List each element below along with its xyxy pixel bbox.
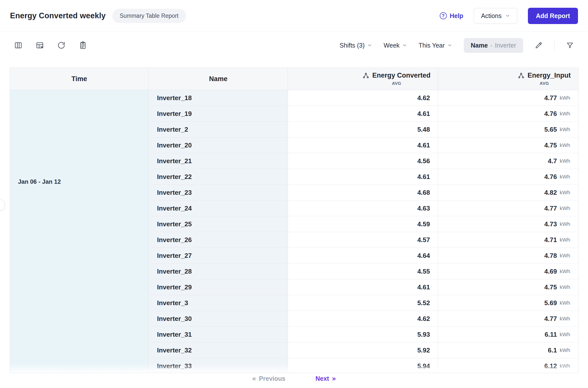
unit-label: kWh (560, 126, 570, 132)
name-cell: Inverter_31 (149, 327, 288, 342)
energy-converted-cell: 5.92 (288, 342, 438, 358)
table-rows: Inverter_184.624.77kWhInverter_194.614.7… (149, 90, 578, 373)
shifts-label: Shifts (3) (340, 42, 365, 49)
panel-expand-handle[interactable] (0, 199, 5, 211)
columns-icon[interactable] (14, 41, 23, 50)
actions-label: Actions (481, 12, 502, 20)
energy-converted-cell: 4.57 (288, 232, 438, 248)
add-report-button[interactable]: Add Report (528, 8, 578, 24)
energy-converted-cell: 4.61 (288, 137, 438, 153)
energy-input-cell: 4.77kWh (438, 90, 578, 106)
page-title: Energy Converted weekly (10, 11, 106, 20)
name-cell: Inverter_18 (149, 90, 288, 106)
unit-label: kWh (560, 237, 570, 243)
unit-label: kWh (560, 268, 570, 274)
aggregation-icon (518, 72, 524, 79)
table-row: Inverter_194.614.76kWh (149, 106, 578, 122)
unit-label: kWh (560, 300, 570, 306)
table-row: Inverter_244.634.77kWh (149, 201, 578, 216)
time-group-label: Jan 06 - Jan 12 (18, 178, 61, 185)
filter-separator: - (490, 42, 492, 49)
year-dropdown[interactable]: This Year (419, 42, 452, 49)
previous-button[interactable]: « Previous (252, 375, 285, 382)
pagination: « Previous Next » (0, 375, 588, 382)
energy-input-cell: 4.78kWh (438, 248, 578, 264)
actions-button[interactable]: Actions (474, 8, 517, 24)
column-header-name: Name (149, 68, 288, 90)
table-row: Inverter_274.644.78kWh (149, 248, 578, 264)
energy-input-cell: 4.69kWh (438, 264, 578, 279)
energy-converted-cell: 4.62 (288, 311, 438, 327)
toolbar-divider (554, 40, 554, 51)
table-row: Inverter_325.926.1kWh (149, 342, 578, 358)
period-dropdown[interactable]: Week (384, 42, 407, 49)
energy-converted-cell: 4.59 (288, 216, 438, 232)
energy-converted-cell: 4.56 (288, 153, 438, 169)
energy-converted-cell: 5.94 (288, 358, 438, 373)
table-row: Inverter_304.624.77kWh (149, 311, 578, 327)
energy-converted-cell: 4.62 (288, 90, 438, 106)
table-header: Time Name Energy Converted AVG Ener (10, 68, 578, 90)
unit-label: kWh (560, 363, 570, 369)
unit-label: kWh (560, 111, 570, 117)
table-row: Inverter_224.614.76kWh (149, 169, 578, 185)
table-row: Inverter_284.554.69kWh (149, 264, 578, 279)
energy-converted-cell: 4.64 (288, 248, 438, 264)
chevron-down-icon (402, 43, 407, 48)
previous-icon: « (252, 375, 256, 382)
column-header-energy-input: Energy_Input AVG (438, 68, 578, 90)
name-cell: Inverter_32 (149, 342, 288, 358)
name-filter-chip[interactable]: Name - Inverter (464, 38, 523, 53)
next-button[interactable]: Next » (316, 375, 336, 382)
shifts-dropdown[interactable]: Shifts (3) (340, 42, 372, 49)
name-cell: Inverter_26 (149, 232, 288, 248)
name-cell: Inverter_20 (149, 137, 288, 153)
avg-label: AVG (540, 81, 549, 86)
year-label: This Year (419, 42, 445, 49)
chevron-down-icon (447, 43, 452, 48)
table-row: Inverter_25.485.65kWh (149, 122, 578, 137)
name-cell: Inverter_3 (149, 295, 288, 311)
energy-converted-cell: 4.61 (288, 106, 438, 122)
unit-label: kWh (560, 347, 570, 353)
name-cell: Inverter_24 (149, 201, 288, 216)
period-label: Week (384, 42, 399, 49)
name-cell: Inverter_33 (149, 358, 288, 373)
unit-label: kWh (560, 253, 570, 259)
energy-input-cell: 6.11kWh (438, 327, 578, 342)
app-header: Energy Converted weekly Summary Table Re… (0, 0, 588, 32)
next-icon: » (332, 375, 336, 382)
clipboard-icon[interactable] (79, 41, 87, 50)
energy-converted-cell: 4.61 (288, 279, 438, 295)
refresh-icon[interactable] (57, 41, 66, 50)
table-edit-icon[interactable] (36, 41, 44, 50)
report-type-badge: Summary Table Report (112, 9, 186, 23)
unit-label: kWh (560, 95, 570, 101)
energy-converted-cell: 5.48 (288, 122, 438, 137)
name-cell: Inverter_27 (149, 248, 288, 264)
energy-input-cell: 4.75kWh (438, 137, 578, 153)
toolbar: Shifts (3) Week This Year Name - Inverte… (0, 32, 588, 59)
summary-table: Time Name Energy Converted AVG Ener (10, 68, 578, 373)
energy-input-cell: 6.1kWh (438, 342, 578, 358)
previous-label: Previous (259, 375, 285, 382)
energy-input-cell: 4.76kWh (438, 106, 578, 122)
chevron-down-icon (505, 13, 510, 18)
filter-field: Name (471, 42, 488, 49)
filter-value: Inverter (495, 42, 516, 49)
edit-filter-pencil-icon[interactable] (535, 41, 543, 49)
name-cell: Inverter_23 (149, 185, 288, 201)
energy-converted-cell: 4.63 (288, 201, 438, 216)
energy-converted-cell: 4.61 (288, 169, 438, 185)
energy-input-cell: 4.71kWh (438, 232, 578, 248)
unit-label: kWh (560, 142, 570, 148)
name-cell: Inverter_22 (149, 169, 288, 185)
energy-converted-cell: 5.93 (288, 327, 438, 342)
table-row: Inverter_214.564.7kWh (149, 153, 578, 169)
help-link[interactable]: ? Help (440, 12, 463, 20)
filter-funnel-icon[interactable] (566, 41, 574, 49)
unit-label: kWh (560, 316, 570, 322)
unit-label: kWh (560, 189, 570, 196)
energy-input-cell: 6.12kWh (438, 358, 578, 373)
table-row: Inverter_315.936.11kWh (149, 327, 578, 342)
